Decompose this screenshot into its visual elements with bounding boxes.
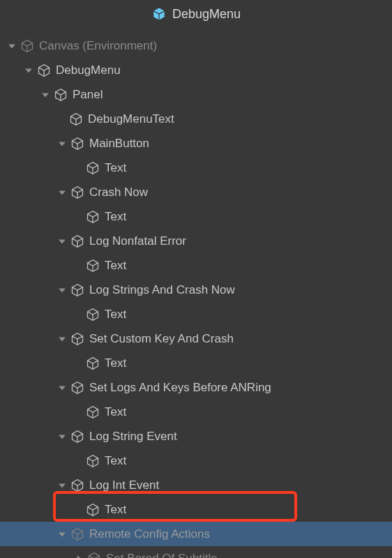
gameobject-cube-icon (70, 478, 85, 493)
tree-row-panel[interactable]: Panel (0, 82, 392, 107)
expand-arrow-icon[interactable] (22, 64, 35, 77)
tree-item-label: DebugMenuText (88, 112, 174, 126)
tree-row-crashnow[interactable]: Crash Now (0, 180, 392, 204)
tree-item-label: Crash Now (89, 186, 148, 199)
tree-item-label: Set Custom Key And Crash (89, 332, 234, 346)
tree-item-label: Log Strings And Crash Now (89, 283, 235, 297)
expand-arrow-icon[interactable] (56, 235, 68, 248)
expand-arrow-icon[interactable] (39, 89, 52, 101)
tree-row-canvas[interactable]: Canvas (Environment) (0, 33, 392, 58)
gameobject-cube-icon (85, 502, 100, 518)
gameobject-cube-icon (20, 38, 35, 54)
tree-item-label: Log String Event (89, 430, 177, 444)
gameobject-cube-icon (70, 136, 85, 151)
expand-arrow-icon[interactable] (56, 382, 68, 394)
gameobject-cube-icon (85, 209, 100, 225)
tree-row-setcustomkeycrash[interactable]: Set Custom Key And Crash (0, 326, 392, 351)
gameobject-cube-icon (70, 331, 85, 347)
tree-row-text[interactable]: Text (0, 253, 392, 278)
header-bar: DebugMenu (0, 0, 392, 28)
gameobject-cube-icon (70, 380, 85, 395)
tree-item-label: Text (105, 210, 126, 224)
header-title: DebugMenu (172, 7, 241, 22)
gameobject-cube-icon (86, 551, 102, 559)
expand-arrow-icon[interactable] (56, 137, 68, 150)
gameobject-cube-icon (70, 282, 85, 298)
tree-item-label: Set Logs And Keys Before ANRing (89, 381, 271, 395)
tree-item-label: Text (105, 503, 126, 517)
tree-row-text[interactable]: Text (0, 400, 392, 424)
gameobject-cube-icon (70, 527, 85, 542)
gameobject-cube-icon (70, 185, 85, 200)
expand-arrow-icon[interactable] (56, 479, 68, 492)
tree-item-label: Text (105, 308, 126, 322)
gameobject-cube-icon (53, 87, 68, 103)
tree-item-label: MainButton (89, 137, 149, 151)
tree-item-label: Text (105, 405, 126, 419)
gameobject-cube-icon (85, 258, 100, 273)
tree-item-label: Set Bored Of Subtitle (106, 552, 218, 559)
tree-item-label: Log Int Event (89, 478, 159, 492)
tree-row-setbored[interactable]: Set Bored Of Subtitle (0, 546, 392, 558)
expand-arrow-icon[interactable] (6, 40, 18, 52)
tree-row-debugmenutext[interactable]: DebugMenuText (0, 107, 392, 131)
prefab-cube-icon (151, 6, 167, 22)
tree-row-logstringevent[interactable]: Log String Event (0, 424, 392, 448)
gameobject-cube-icon (36, 63, 52, 78)
tree-item-label: Log Nonfatal Error (89, 234, 186, 248)
tree-row-text[interactable]: Text (0, 156, 392, 180)
tree-row-setlogskeysanr[interactable]: Set Logs And Keys Before ANRing (0, 375, 392, 400)
tree-item-label: Text (105, 454, 126, 468)
gameobject-cube-icon (70, 234, 85, 249)
tree-row-text[interactable]: Text (0, 351, 392, 375)
expand-arrow-icon[interactable] (56, 430, 68, 443)
expand-arrow-icon[interactable] (56, 528, 68, 541)
gameobject-cube-icon (85, 453, 100, 469)
tree-row-text[interactable]: Text (0, 497, 392, 522)
gameobject-cube-icon (70, 429, 85, 444)
tree-row-logintevent[interactable]: Log Int Event (0, 473, 392, 497)
tree-row-mainbutton[interactable]: MainButton (0, 131, 392, 156)
gameobject-cube-icon (85, 160, 100, 176)
gameobject-cube-icon (85, 405, 100, 420)
tree-row-remoteconfig[interactable]: Remote Config Actions (0, 522, 392, 546)
tree-item-label: Text (105, 161, 126, 175)
hierarchy-tree: Canvas (Environment) DebugMenu Panel Deb… (0, 28, 392, 558)
tree-item-label: Panel (73, 88, 103, 102)
gameobject-cube-icon (68, 112, 84, 127)
tree-item-label: DebugMenu (56, 63, 121, 77)
tree-item-label: Text (105, 259, 126, 273)
collapse-arrow-icon[interactable] (73, 552, 85, 559)
tree-item-label: Canvas (Environment) (39, 39, 157, 53)
tree-item-label: Remote Config Actions (89, 527, 210, 541)
gameobject-cube-icon (85, 307, 100, 322)
tree-row-lognonfatal[interactable]: Log Nonfatal Error (0, 229, 392, 253)
expand-arrow-icon[interactable] (56, 284, 68, 296)
tree-item-label: Text (105, 356, 126, 370)
tree-row-debugmenu[interactable]: DebugMenu (0, 58, 392, 82)
tree-row-text[interactable]: Text (0, 204, 392, 229)
gameobject-cube-icon (85, 356, 100, 371)
tree-row-text[interactable]: Text (0, 302, 392, 326)
tree-row-text[interactable]: Text (0, 448, 392, 473)
expand-arrow-icon[interactable] (56, 333, 68, 345)
expand-arrow-icon[interactable] (56, 186, 68, 199)
tree-row-logstringscrash[interactable]: Log Strings And Crash Now (0, 278, 392, 302)
